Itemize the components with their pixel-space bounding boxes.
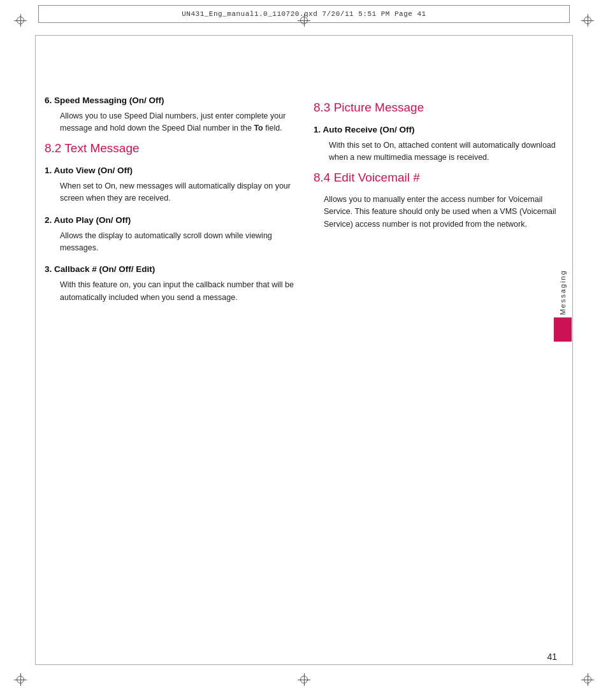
section-82-item-3-heading: 3. Callback # (On/ Off/ Edit) — [45, 264, 294, 274]
page-container: UN431_Eng_manual1.0_110720.qxd 7/20/11 5… — [0, 0, 608, 700]
item-6-heading: 6. Speed Messaging (On/ Off) — [45, 96, 294, 105]
left-column: 6. Speed Messaging (On/ Off) Allows you … — [45, 45, 294, 655]
page-number: 41 — [547, 652, 557, 662]
section-84: 8.4 Edit Voicemail # Allows you to manua… — [314, 171, 563, 231]
item-6-body-end: field. — [263, 124, 282, 132]
side-tab-label: Messaging — [559, 269, 567, 315]
section-82-item-1-heading: 1. Auto View (On/ Off) — [45, 166, 294, 175]
side-tab: Messaging — [554, 269, 572, 341]
section-84-body: Allows you to manually enter the access … — [324, 194, 563, 231]
section-83: 8.3 Picture Message 1. Auto Receive (On/… — [314, 101, 563, 164]
section-82-item-2-heading: 2. Auto Play (On/ Off) — [45, 215, 294, 225]
crosshair-top-right — [581, 14, 594, 27]
content-area: 6. Speed Messaging (On/ Off) Allows you … — [45, 45, 563, 655]
crosshair-top-left — [14, 14, 27, 27]
item-6: 6. Speed Messaging (On/ Off) Allows you … — [45, 96, 294, 135]
border-top — [35, 35, 573, 36]
section-82-item-2: 2. Auto Play (On/ Off) Allows the displa… — [45, 215, 294, 255]
section-82-item-2-body: Allows the display to automatically scro… — [60, 230, 294, 255]
side-tab-bar — [554, 318, 572, 342]
section-83-heading: 8.3 Picture Message — [314, 101, 563, 115]
border-left — [35, 35, 36, 665]
item-6-body-bold: To — [254, 124, 263, 132]
section-83-item-1: 1. Auto Receive (On/ Off) With this set … — [314, 125, 563, 164]
crosshair-bottom-center — [298, 673, 310, 686]
item-6-body: Allows you to use Speed Dial numbers, ju… — [60, 110, 294, 135]
section-82-item-1-body: When set to On, new messages will automa… — [60, 180, 294, 205]
section-82-item-1: 1. Auto View (On/ Off) When set to On, n… — [45, 166, 294, 205]
section-82: 8.2 Text Message 1. Auto View (On/ Off) … — [45, 141, 294, 304]
section-82-item-3-body: With this feature on, you can input the … — [60, 279, 294, 304]
section-84-heading: 8.4 Edit Voicemail # — [314, 171, 563, 185]
border-right — [572, 35, 573, 665]
border-bottom — [35, 664, 573, 665]
section-82-item-3: 3. Callback # (On/ Off/ Edit) With this … — [45, 264, 294, 304]
item-6-body-text: Allows you to use Speed Dial numbers, ju… — [60, 111, 286, 132]
crosshair-bottom-right — [581, 673, 594, 686]
section-83-item-1-body: With this set to On, attached content wi… — [329, 139, 563, 164]
section-83-item-1-heading: 1. Auto Receive (On/ Off) — [314, 125, 563, 134]
section-82-heading: 8.2 Text Message — [45, 141, 294, 155]
right-column: 8.3 Picture Message 1. Auto Receive (On/… — [314, 45, 563, 655]
crosshair-bottom-left — [14, 673, 27, 686]
crosshair-top-center — [298, 14, 310, 27]
